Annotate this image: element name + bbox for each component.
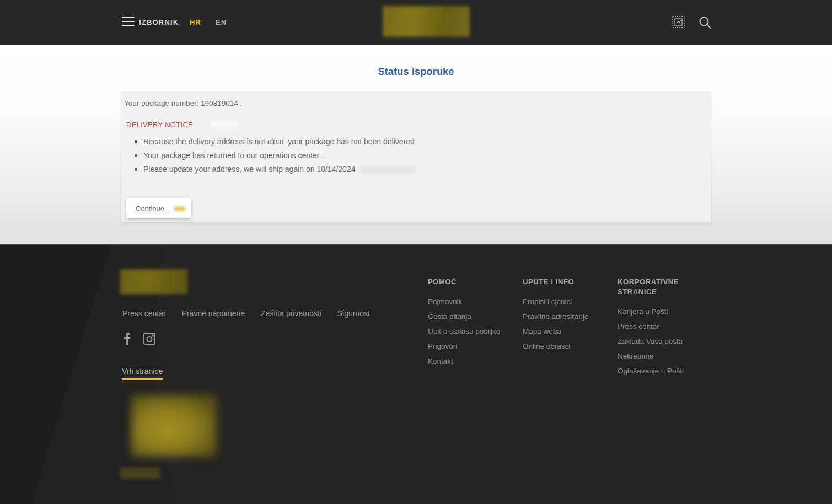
arrow-right-icon-blurred [174, 207, 185, 211]
footer-link-zastita-privatnosti[interactable]: Zaštita privatnosti [261, 309, 321, 318]
footer-links-row: Press centar Pravne napomene Zaštita pri… [122, 309, 370, 318]
footer-link-pravilno-adresiranje[interactable]: Pravilno adresiranje [523, 309, 611, 324]
footer-link-zaklada-vasa-posta[interactable]: Zaklada Vaša pošta [618, 334, 690, 349]
menu-button[interactable]: IZBORNIK [139, 18, 179, 26]
footer-column-korporativne: KORPORATIVNE STRANICE Karijera u Pošti P… [618, 277, 690, 378]
footer-column-title: UPUTE I INFO [523, 277, 611, 287]
footer-link-press-centar-2[interactable]: Press centar [618, 319, 690, 334]
delivery-notice-card: Your package number: 190819014 . DELIVER… [121, 91, 711, 222]
notice-bullet-item: Please update your address, we will ship… [135, 165, 415, 173]
footer-link-mapa-weba[interactable]: Mapa weba [523, 324, 611, 339]
site-logo-blurred[interactable] [383, 6, 470, 37]
footer-promo-image-blurred[interactable] [131, 395, 217, 457]
notice-bullet-item: Because the delivery address is not clea… [135, 138, 415, 145]
footer-link-upit-o-statusu[interactable]: Upit o statusu pošiljke [428, 324, 511, 339]
footer-column-pomoc: POMOĆ Pojmovnik Česta pitanja Upit o sta… [428, 277, 511, 368]
footer-column-title: POMOĆ [428, 277, 511, 287]
delivery-notice-label: DELIVERY NOTICE [126, 121, 193, 129]
language-en-button[interactable]: EN [216, 18, 227, 26]
package-number-text: Your package number: 190819014 . [124, 99, 242, 107]
main-content: Status isporuke Your package number: 190… [0, 45, 832, 244]
footer-link-oglasavanje-u-posti[interactable]: Oglašavanje u Pošti [618, 364, 690, 378]
footer-link-kontakt[interactable]: Kontakt [428, 354, 511, 368]
footer-decor-band [0, 244, 121, 504]
bullet-text: Please update your address, we will ship… [143, 165, 355, 174]
footer-badge-blurred[interactable] [120, 468, 160, 479]
continue-button[interactable]: Continue [126, 198, 191, 218]
notice-bullet-list: Because the delivery address is not clea… [135, 138, 415, 179]
delivery-notice-row: DELIVERY NOTICE [126, 120, 238, 129]
footer-link-online-obrasci[interactable]: Online obrasci [523, 339, 611, 354]
stamp-icon[interactable] [672, 15, 685, 29]
footer-link-karijera-u-posti[interactable]: Karijera u Pošti [618, 304, 690, 319]
hamburger-menu-icon[interactable] [122, 17, 135, 27]
footer-link-prigovori[interactable]: Prigovori [428, 339, 511, 354]
footer-link-pravne-napomene[interactable]: Pravne napomene [182, 309, 245, 318]
footer-link-nekretnine[interactable]: Nekretnine [618, 349, 690, 364]
facebook-icon[interactable] [124, 333, 130, 345]
social-icons-row [124, 333, 155, 345]
redacted-blur [211, 122, 238, 128]
redacted-blur [134, 210, 170, 214]
language-hr-button[interactable]: HR [190, 18, 201, 26]
footer-link-press-centar[interactable]: Press centar [122, 309, 166, 318]
search-icon[interactable] [698, 15, 712, 30]
footer-logo-blurred[interactable] [120, 269, 187, 294]
redacted-blur [361, 166, 415, 173]
footer-link-sigurnost[interactable]: Sigurnost [337, 309, 370, 318]
instagram-icon[interactable] [143, 333, 155, 345]
bullet-text: Because the delivery address is not clea… [143, 137, 415, 146]
notice-bullet-item: Your package has returned to our operati… [135, 151, 415, 159]
footer-column-title: KORPORATIVNE STRANICE [618, 277, 690, 297]
back-to-top-link[interactable]: Vrh stranice [122, 367, 163, 376]
top-navigation-bar: IZBORNIK HR EN [0, 0, 832, 45]
page-title: Status isporuke [0, 66, 832, 78]
footer: Press centar Pravne napomene Zaštita pri… [0, 244, 832, 504]
footer-link-propisi-i-cjenici[interactable]: Propisi i cjenici [523, 294, 611, 309]
footer-link-pojmovnik[interactable]: Pojmovnik [428, 294, 511, 309]
bullet-text: Your package has returned to our operati… [143, 151, 324, 160]
footer-link-cesta-pitanja[interactable]: Česta pitanja [428, 309, 511, 324]
footer-column-upute-i-info: UPUTE I INFO Propisi i cjenici Pravilno … [523, 277, 611, 354]
